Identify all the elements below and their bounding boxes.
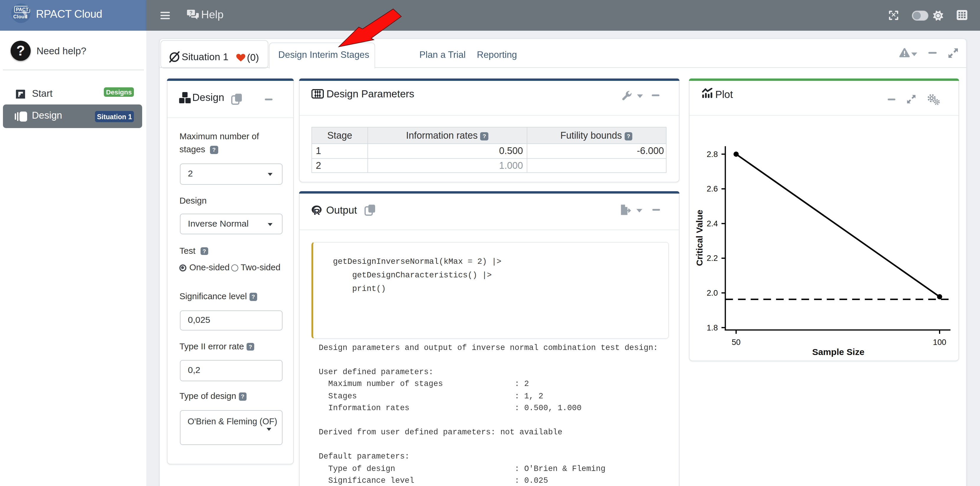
svg-text:Critical Value: Critical Value [694,210,704,266]
svg-text:1.8: 1.8 [706,323,718,332]
svg-text:2.8: 2.8 [706,150,718,159]
svg-text:2.6: 2.6 [706,185,718,194]
svg-text:2.0: 2.0 [706,288,718,298]
svg-text:2.4: 2.4 [706,219,718,228]
svg-text:100: 100 [933,338,946,347]
svg-text:R: R [314,207,320,216]
svg-text:?: ? [189,10,192,15]
svg-text:50: 50 [732,338,741,347]
svg-text:2.2: 2.2 [706,254,718,263]
svg-text:Sample Size: Sample Size [812,347,864,357]
